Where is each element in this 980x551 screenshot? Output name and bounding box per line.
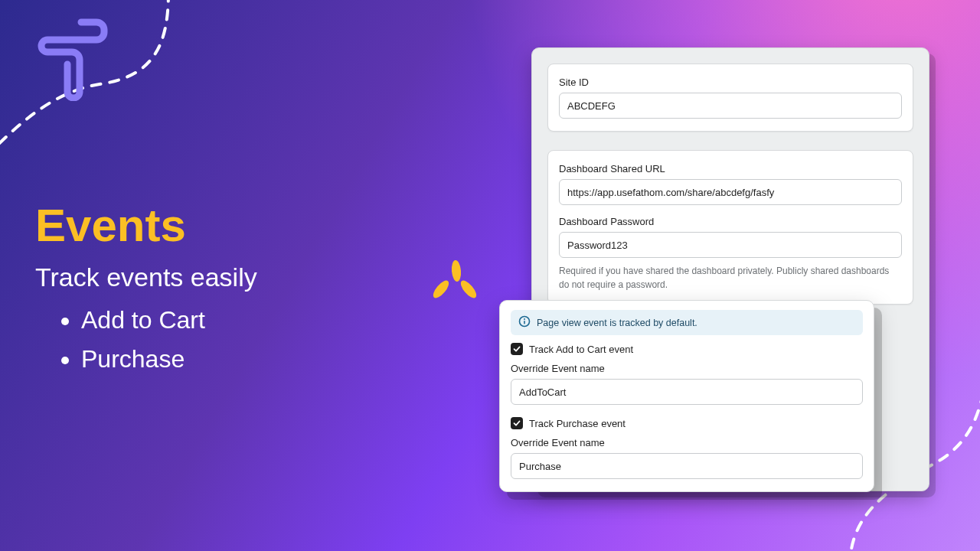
add-to-cart-override-input[interactable] <box>511 379 863 405</box>
decorative-dashed-top-left <box>0 0 237 191</box>
svg-point-2 <box>458 278 479 300</box>
purchase-override-label: Override Event name <box>511 437 863 448</box>
svg-point-4 <box>524 318 525 320</box>
track-purchase-row: Track Purchase event <box>511 417 863 429</box>
dashboard-url-input[interactable] <box>559 179 902 205</box>
hero-bullet-list: Add to Cart Purchase <box>35 303 257 377</box>
dashboard-password-input[interactable] <box>559 232 902 258</box>
track-add-to-cart-label: Track Add to Cart event <box>529 344 633 355</box>
info-banner-text: Page view event is tracked by default. <box>537 318 697 328</box>
site-id-label: Site ID <box>559 77 902 88</box>
hero-section: Events Track events easily Add to Cart P… <box>35 199 257 377</box>
svg-point-1 <box>430 278 451 300</box>
hero-subtitle: Track events easily <box>35 262 257 292</box>
add-to-cart-override-label: Override Event name <box>511 363 863 374</box>
events-panel-front: Page view event is tracked by default. T… <box>499 300 874 492</box>
burst-accent <box>427 256 488 317</box>
dashboard-password-helper: Required if you have shared the dashboar… <box>559 264 902 292</box>
svg-rect-5 <box>524 321 525 324</box>
dashboard-card: Dashboard Shared URL Dashboard Password … <box>547 150 913 305</box>
hero-bullet-item: Purchase <box>81 342 257 377</box>
dashboard-password-label: Dashboard Password <box>559 216 902 227</box>
track-add-to-cart-checkbox[interactable] <box>511 343 523 355</box>
track-purchase-checkbox[interactable] <box>511 417 523 429</box>
info-icon <box>518 315 531 330</box>
track-purchase-label: Track Purchase event <box>529 418 626 429</box>
hero-title: Events <box>35 199 257 252</box>
info-banner: Page view event is tracked by default. <box>511 310 863 335</box>
app-logo <box>37 17 110 104</box>
purchase-override-input[interactable] <box>511 453 863 479</box>
track-add-to-cart-row: Track Add to Cart event <box>511 343 863 355</box>
dashboard-url-label: Dashboard Shared URL <box>559 163 902 174</box>
site-id-input[interactable] <box>559 93 902 119</box>
hero-bullet-item: Add to Cart <box>81 303 257 337</box>
svg-point-0 <box>451 260 462 282</box>
site-id-card: Site ID <box>547 64 913 132</box>
